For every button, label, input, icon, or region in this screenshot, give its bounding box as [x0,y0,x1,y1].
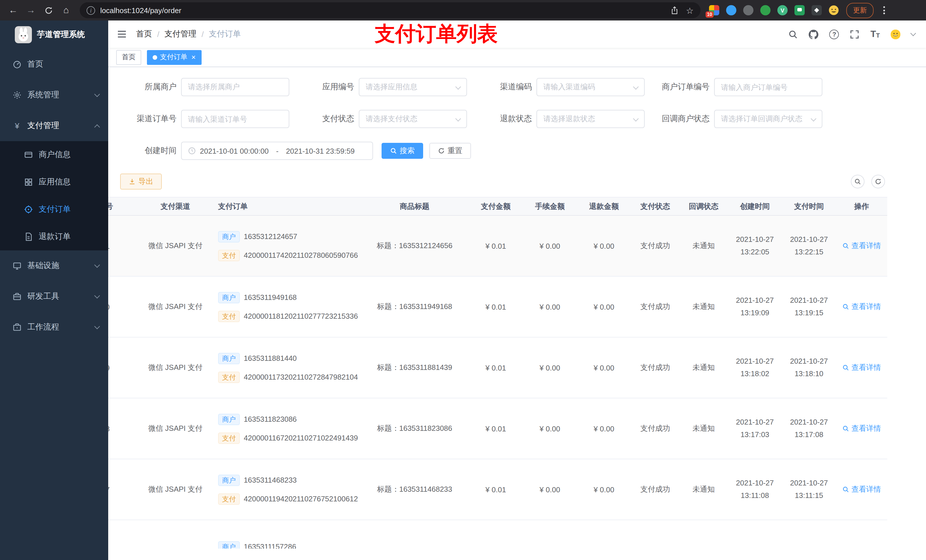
extension-blue-drop-icon[interactable] [726,5,736,15]
view-details-link[interactable]: 查看详情 [842,302,881,312]
bookmark-star-icon[interactable]: ☆ [686,6,694,15]
sidebar-item-payment[interactable]: ¥ 支付管理 [0,110,108,141]
extension-green-circle-icon[interactable] [760,5,770,15]
fee-amount: ¥ 0.00 [523,398,577,459]
merchant-order-input[interactable] [714,78,822,96]
sidebar-item-merchant-info[interactable]: 商户信息 [0,141,108,169]
merchant-select[interactable]: 请选择所属商户 [181,78,289,96]
fee-amount: ¥ 0.00 [523,276,577,337]
logo-image [15,26,32,43]
channel-transaction-no: 4200001174202110278060590766 [244,251,358,260]
start-date[interactable]: 2021-10-01 00:00:00 [200,146,268,155]
chevron-down-icon [811,116,816,121]
sidebar-item-workflow[interactable]: 工作流程 [0,312,108,343]
browser-toolbar: ← → ⌂ i localhost:1024/pay/order ☆ 10 V … [0,0,926,21]
payment-submenu: 商户信息 应用信息 支付订单 退款订单 [0,141,108,251]
create-time: 2021-10-2713:19:09 [728,276,782,337]
extension-chat-icon[interactable] [794,5,805,15]
extension-grid-icon[interactable]: 10 [709,5,719,15]
chevron-down-icon [94,293,100,299]
view-details-link[interactable]: 查看详情 [842,241,881,251]
refresh-icon [438,147,445,154]
product-title: 标题：1635311823086 [360,398,469,459]
share-icon[interactable] [670,6,679,15]
back-icon[interactable]: ← [6,3,21,18]
refund-amount [577,520,631,549]
reload-icon[interactable] [41,3,56,18]
url-text[interactable]: localhost:1024/pay/order [100,6,670,15]
sidebar-item-label: 商户信息 [39,150,71,160]
close-icon[interactable]: × [191,53,196,61]
extension-gray-circle-icon[interactable] [743,5,754,15]
sidebar-item-refund-order[interactable]: 退款订单 [0,223,108,251]
forward-icon[interactable]: → [23,3,38,18]
export-button[interactable]: 导出 [120,174,162,190]
refund-status-select[interactable]: 请选择退款状态 [536,110,645,128]
col-refund: 退款金额 [577,197,631,216]
page-title: 支付订单列表 [375,20,498,48]
reset-button[interactable]: 重置 [430,143,471,159]
breadcrumb-pay-mgmt[interactable]: 支付管理 [165,29,197,39]
app-select-placeholder: 请选择应用信息 [366,82,453,92]
view-details-label: 查看详情 [851,484,881,495]
toggle-search-button[interactable] [851,175,864,189]
tab-pay-order[interactable]: 支付订单 × [147,50,201,65]
app-select[interactable]: 请选择应用信息 [359,78,467,96]
sidebar-item-system[interactable]: 系统管理 [0,80,108,110]
notify-status-select[interactable]: 请选择订单回调商户状态 [714,110,822,128]
breadcrumb-home[interactable]: 首页 [136,29,152,39]
browser-update-button[interactable]: 更新 [846,3,874,18]
yen-icon: ¥ [12,121,22,130]
vue-devtools-icon[interactable]: V [777,5,788,15]
pay-amount: ¥ 0.01 [469,276,523,337]
end-date[interactable]: 2021-10-31 23:59:59 [286,146,354,155]
channel-transaction-no: 4200001194202110276752100612 [244,495,358,503]
home-icon[interactable]: ⌂ [59,3,73,18]
hamburger-icon[interactable] [117,29,127,39]
extension-pin-icon[interactable] [811,5,822,15]
pay-status-select[interactable]: 请选择支付状态 [359,110,467,128]
pay-time [782,520,836,549]
view-details-link[interactable]: 查看详情 [842,423,881,434]
order-id [108,520,138,549]
table-row: 20 微信 JSAPI 支付 商户1635311949168 支付4200001… [108,276,887,337]
pay-amount: ¥ 0.01 [469,398,523,459]
channel-transaction-no: 4200001167202110271022491439 [244,434,358,442]
sidebar-item-infra[interactable]: 基础设施 [0,251,108,281]
font-size-icon[interactable]: TT [870,30,880,39]
app-logo[interactable]: 芋道管理系统 [0,21,108,49]
view-details-link[interactable]: 查看详情 [842,362,881,373]
help-icon[interactable]: ? [829,29,839,39]
tab-home[interactable]: 首页 [116,50,141,65]
chevron-down-icon[interactable] [910,30,916,36]
sidebar-item-app-info[interactable]: 应用信息 [0,169,108,196]
view-details-label: 查看详情 [851,423,881,434]
product-title: 标题：1635311881439 [360,337,469,398]
address-bar[interactable]: i localhost:1024/pay/order ☆ [80,2,701,18]
sidebar-item-label: 首页 [27,59,43,69]
table-header-row: 编号 支付渠道 支付订单 商品标题 支付金额 手续金额 退款金额 支付状态 回调… [108,197,887,216]
emoji-extension-icon[interactable] [829,5,839,15]
channel-code-select[interactable]: 请输入渠道编码 [536,78,645,96]
sidebar-item-devtools[interactable]: 研发工具 [0,281,108,312]
browser-menu-icon[interactable] [880,4,888,17]
chevron-down-icon [455,116,461,121]
pay-tag: 支付 [218,432,240,444]
channel-order-input[interactable] [181,110,289,128]
github-icon[interactable] [809,29,819,39]
merchant-order-no: 1635311949168 [244,293,297,302]
refresh-icon [875,178,882,185]
refresh-table-button[interactable] [872,175,885,189]
notify-status: 未通知 [679,459,728,520]
site-info-icon[interactable]: i [86,6,95,15]
create-time-range-picker[interactable]: 2021-10-01 00:00:00 - 2021-10-31 23:59:5… [181,142,373,160]
chevron-down-icon [455,84,461,89]
sidebar-item-pay-order[interactable]: 支付订单 [0,196,108,223]
sidebar-item-home[interactable]: 首页 [0,49,108,80]
search-icon[interactable] [788,29,798,39]
view-details-link[interactable]: 查看详情 [842,484,881,495]
avatar[interactable] [891,29,900,39]
search-button[interactable]: 搜索 [381,143,423,159]
view-details-label: 查看详情 [851,362,881,373]
fullscreen-icon[interactable] [850,29,859,39]
